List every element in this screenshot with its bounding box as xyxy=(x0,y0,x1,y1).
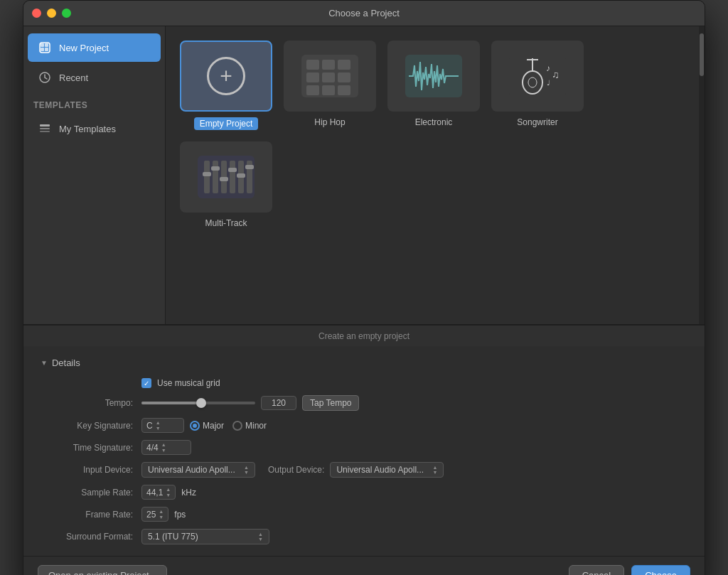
sample-rate-value: 44,1 ▲ ▼ kHz xyxy=(141,485,196,500)
svg-rect-11 xyxy=(322,60,335,70)
window-controls xyxy=(32,9,71,18)
template-label-multitrack: Multi-Track xyxy=(205,218,247,228)
input-device-label: Input Device: xyxy=(48,465,133,475)
templates-section-label: Templates xyxy=(23,95,165,113)
surround-select[interactable]: 5.1 (ITU 775) ▲ ▼ xyxy=(141,529,269,544)
device-row: Input Device: Universal Audio Apoll... ▲… xyxy=(48,462,687,478)
template-thumb-empty: + xyxy=(180,41,272,112)
key-select[interactable]: C ▲ ▼ xyxy=(141,418,184,433)
input-device-arrows: ▲ ▼ xyxy=(244,465,249,475)
status-text: Create an empty project xyxy=(318,331,410,341)
frame-rate-unit: fps xyxy=(174,510,186,520)
key-signature-row: Key Signature: C ▲ ▼ Major xyxy=(48,418,687,433)
footer: Open an existing Project... Cancel Choos… xyxy=(23,556,705,575)
key-select-value: C xyxy=(146,421,153,431)
template-label-empty: Empty Project xyxy=(194,117,259,130)
svg-rect-4 xyxy=(45,48,48,51)
maximize-button[interactable] xyxy=(62,9,71,18)
template-thumb-multitrack xyxy=(180,141,272,213)
sidebar-item-recent[interactable]: Recent xyxy=(28,63,161,92)
svg-rect-16 xyxy=(306,85,319,95)
template-hiphop[interactable]: Hip Hop xyxy=(284,41,376,130)
tempo-slider[interactable] xyxy=(141,402,255,404)
svg-rect-18 xyxy=(338,85,350,95)
frame-rate-row: Frame Rate: 25 ▲ ▼ fps xyxy=(48,507,687,522)
musical-grid-value: Use musical grid xyxy=(141,378,220,388)
sample-rate-label: Sample Rate: xyxy=(48,488,133,498)
cancel-button[interactable]: Cancel xyxy=(569,565,624,575)
svg-rect-14 xyxy=(322,72,335,82)
key-signature-value: C ▲ ▼ Major Minor xyxy=(141,418,267,433)
svg-text:♩: ♩ xyxy=(547,79,550,87)
svg-text:♪: ♪ xyxy=(546,63,550,73)
tempo-slider-track xyxy=(141,402,198,404)
open-existing-button[interactable]: Open an existing Project... xyxy=(38,565,167,575)
minimize-button[interactable] xyxy=(47,9,56,18)
tempo-slider-container xyxy=(141,402,255,404)
frame-rate-value: 25 ▲ ▼ fps xyxy=(141,507,186,522)
tempo-slider-thumb[interactable] xyxy=(196,398,206,408)
details-header[interactable]: ▼ Details xyxy=(41,358,687,368)
template-empty-project[interactable]: + Empty Project xyxy=(180,41,272,130)
status-bar: Create an empty project xyxy=(23,325,705,346)
svg-rect-32 xyxy=(230,161,235,193)
sample-rate-stepper[interactable]: 44,1 ▲ ▼ xyxy=(141,485,176,500)
svg-rect-1 xyxy=(41,43,44,47)
scrollbar-track xyxy=(699,26,705,324)
svg-rect-3 xyxy=(45,43,48,47)
major-radio-dot xyxy=(190,421,200,431)
frame-rate-arrows: ▲ ▼ xyxy=(159,509,164,520)
frame-rate-val: 25 xyxy=(146,510,156,520)
svg-rect-29 xyxy=(204,161,210,193)
details-section: ▼ Details Use musical grid Tempo: xyxy=(23,346,705,556)
minor-label: Minor xyxy=(245,421,267,431)
minor-radio[interactable]: Minor xyxy=(232,421,267,431)
frame-rate-label: Frame Rate: xyxy=(48,510,133,520)
content-area: + Empty Project xyxy=(166,26,705,324)
major-radio[interactable]: Major xyxy=(190,421,224,431)
sample-rate-val: 44,1 xyxy=(146,488,163,498)
choose-button[interactable]: Choose xyxy=(631,565,690,575)
key-mode-group: Major Minor xyxy=(190,421,267,431)
output-device-arrows: ▲ ▼ xyxy=(432,465,437,475)
template-thumb-electronic xyxy=(387,41,480,112)
tempo-input[interactable]: 120 xyxy=(261,396,296,410)
sidebar-item-my-templates[interactable]: My Templates xyxy=(28,114,161,143)
tempo-row: Tempo: 120 Tap Tempo xyxy=(48,395,687,411)
template-multitrack[interactable]: Multi-Track xyxy=(180,141,272,228)
sidebar-item-my-templates-label: My Templates xyxy=(59,124,116,134)
template-songwriter[interactable]: ♪ ♫ ♩ Songwriter xyxy=(491,41,584,130)
svg-rect-35 xyxy=(203,172,211,176)
output-device-value: Universal Audio Apoll... xyxy=(336,465,424,475)
footer-right-buttons: Cancel Choose xyxy=(569,565,690,575)
frame-rate-stepper[interactable]: 25 ▲ ▼ xyxy=(141,507,168,522)
input-device-select[interactable]: Universal Audio Apoll... ▲ ▼ xyxy=(141,462,255,478)
time-signature-value: 4/4 ▲ ▼ xyxy=(141,440,191,455)
template-electronic[interactable]: Electronic xyxy=(387,41,480,130)
surround-row: Surround Format: 5.1 (ITU 775) ▲ ▼ xyxy=(48,529,687,544)
output-device-select[interactable]: Universal Audio Apoll... ▲ ▼ xyxy=(330,462,444,478)
surround-label: Surround Format: xyxy=(48,532,133,542)
sidebar-item-new-project-label: New Project xyxy=(59,43,109,53)
window-title: Choose a Project xyxy=(328,8,400,18)
close-button[interactable] xyxy=(32,9,41,18)
svg-rect-36 xyxy=(211,166,220,171)
input-device-value: Universal Audio Apoll... xyxy=(148,465,235,475)
time-signature-label: Time Signature: xyxy=(48,443,133,453)
svg-rect-39 xyxy=(237,173,245,178)
musical-grid-checkbox[interactable] xyxy=(141,378,151,388)
scrollbar-thumb[interactable] xyxy=(700,33,704,76)
plus-icon: + xyxy=(207,57,245,95)
time-select[interactable]: 4/4 ▲ ▼ xyxy=(141,440,191,455)
minor-radio-dot xyxy=(232,421,242,431)
tap-tempo-button[interactable]: Tap Tempo xyxy=(302,395,359,411)
sidebar-item-new-project[interactable]: New Project xyxy=(28,33,161,62)
sidebar-item-recent-label: Recent xyxy=(59,72,88,83)
svg-rect-2 xyxy=(41,48,44,51)
main-content-area: New Project Recent Templates xyxy=(23,26,705,325)
svg-rect-10 xyxy=(306,60,319,70)
surround-arrows: ▲ ▼ xyxy=(258,532,263,542)
titlebar: Choose a Project xyxy=(23,1,705,26)
template-thumb-hiphop xyxy=(284,41,376,112)
surround-value: 5.1 (ITU 775) ▲ ▼ xyxy=(141,529,269,544)
